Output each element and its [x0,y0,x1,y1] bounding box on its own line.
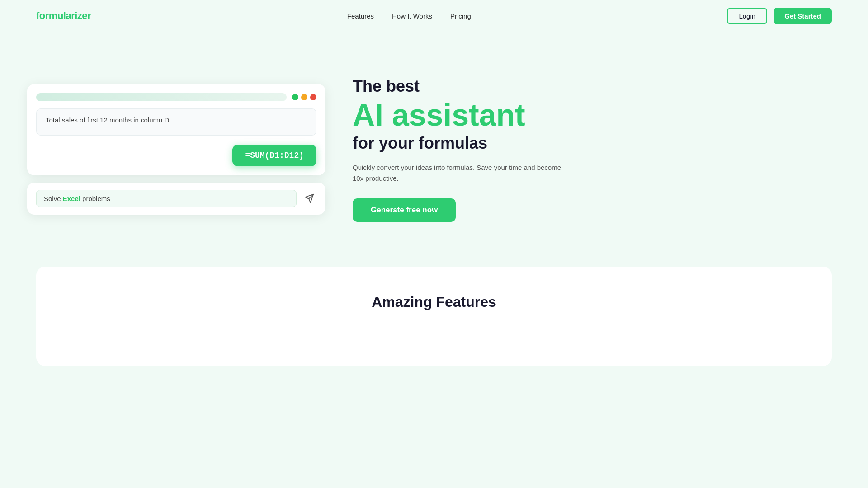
features-section: Amazing Features [36,267,832,366]
dot-green [292,94,298,100]
logo: formularizer [36,10,91,22]
dot-red [310,94,316,100]
logo-prefix: formula [36,10,71,21]
nav-actions: Login Get Started [727,8,832,24]
window-bar [36,93,287,101]
features-title: Amazing Features [54,294,814,310]
generate-button[interactable]: Generate free now [353,198,456,222]
search-suffix: problems [80,195,110,202]
get-started-button[interactable]: Get Started [774,8,832,24]
chat-text: Total sales of first 12 months in column… [46,116,171,124]
hero-section: Total sales of first 12 months in column… [0,32,868,267]
hero-heading-line1: The best [353,76,832,96]
nav-how-it-works[interactable]: How It Works [392,12,432,20]
formula-badge: =SUM(D1:D12) [232,145,316,166]
search-bar-window: Solve Excel problems [27,183,326,215]
hero-heading-line3: for your formulas [353,133,832,153]
window-titlebar [36,93,316,101]
window-dots [292,94,316,100]
dot-yellow [301,94,307,100]
send-icon[interactable] [302,191,316,206]
nav-pricing[interactable]: Pricing [450,12,471,20]
nav-features[interactable]: Features [347,12,374,20]
hero-heading-ai: AI assistant [353,98,832,132]
search-highlight: Excel [63,195,80,202]
formula-response: =SUM(D1:D12) [36,145,316,166]
nav-links: Features How It Works Pricing [347,12,471,20]
search-prefix: Solve [44,195,63,202]
hero-content: The best AI assistant for your formulas … [353,76,832,221]
navbar: formularizer Features How It Works Prici… [0,0,868,32]
hero-description: Quickly convert your ideas into formulas… [353,162,570,184]
search-input-display[interactable]: Solve Excel problems [36,190,297,207]
chat-window: Total sales of first 12 months in column… [27,84,326,175]
chat-input-display: Total sales of first 12 months in column… [36,108,316,136]
app-mockup: Total sales of first 12 months in column… [27,84,326,215]
logo-suffix: rizer [71,10,91,21]
login-button[interactable]: Login [727,8,767,24]
